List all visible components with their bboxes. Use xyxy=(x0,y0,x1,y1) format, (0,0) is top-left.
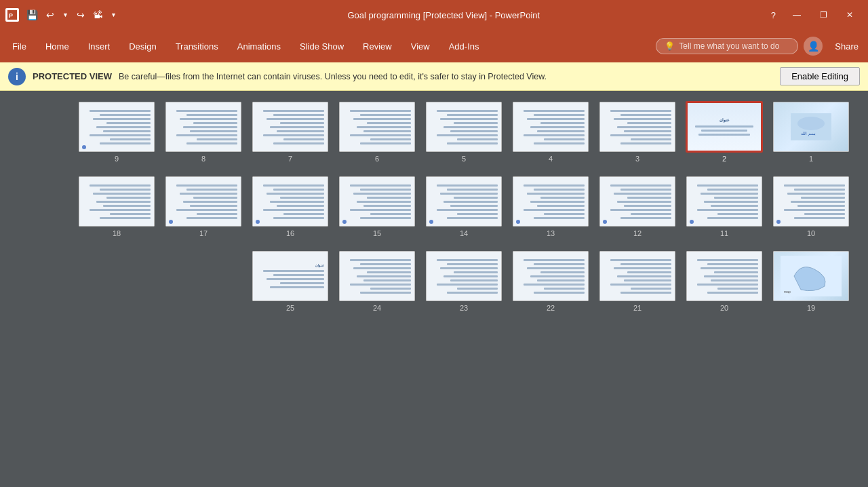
slide-thumb-15[interactable] xyxy=(339,176,415,227)
slide-thumb-3[interactable] xyxy=(599,102,675,152)
slide-thumb-5[interactable] xyxy=(426,102,502,152)
title-bar-left: P 💾 ↩ ▼ ↪ 📽 ▼ xyxy=(5,7,120,22)
slide-number-16: 16 xyxy=(286,229,294,237)
slide-thumb-7[interactable] xyxy=(252,102,328,152)
slide-thumb-1[interactable]: بسم الله xyxy=(773,102,849,152)
svg-text:P: P xyxy=(9,12,13,19)
minimize-button[interactable]: — xyxy=(783,0,810,30)
tab-file[interactable]: File xyxy=(3,30,36,62)
slide-area: 9876543عنوان2بسم الله1181716151413121110… xyxy=(0,91,868,487)
slide-item-24[interactable]: 24 xyxy=(334,251,420,312)
tab-home[interactable]: Home xyxy=(36,30,79,62)
customize-qat-button[interactable]: 📽 xyxy=(90,7,106,22)
slide-item-12[interactable]: 12 xyxy=(594,176,681,237)
undo-button[interactable]: ↩ xyxy=(43,7,58,22)
slide-thumb-18[interactable] xyxy=(79,176,155,227)
slide-thumb-4[interactable] xyxy=(513,102,589,152)
slide-thumb-16[interactable] xyxy=(252,176,328,227)
powerpoint-icon: P xyxy=(5,8,19,22)
slide-item-14[interactable]: 14 xyxy=(420,176,507,237)
slide-thumb-17[interactable] xyxy=(165,176,241,227)
slide-number-9: 9 xyxy=(115,155,119,163)
slide-item-16[interactable]: 16 xyxy=(247,176,334,237)
tab-insert[interactable]: Insert xyxy=(79,30,120,62)
slide-item-13[interactable]: 13 xyxy=(507,176,594,237)
slide-thumb-8[interactable] xyxy=(165,102,241,152)
slide-grid: 9876543عنوان2بسم الله1181716151413121110… xyxy=(14,102,854,312)
slide-number-13: 13 xyxy=(547,229,555,237)
slide-item-9[interactable]: 9 xyxy=(73,102,160,163)
slide-number-12: 12 xyxy=(633,229,642,237)
search-box[interactable]: 💡 Tell me what you want to do xyxy=(656,38,798,54)
restore-button[interactable]: ❐ xyxy=(810,0,837,30)
share-button[interactable]: Share xyxy=(828,39,865,54)
slide-item-15[interactable]: 15 xyxy=(334,176,420,237)
slide-number-6: 6 xyxy=(375,155,379,163)
undo-dropdown[interactable]: ▼ xyxy=(59,9,72,20)
enable-editing-button[interactable]: Enable Editing xyxy=(780,67,860,85)
slide-thumb-13[interactable] xyxy=(513,176,589,227)
tab-slideshow[interactable]: Slide Show xyxy=(290,30,353,62)
protected-view-bar: i PROTECTED VIEW Be careful—files from t… xyxy=(0,62,868,91)
tab-addins[interactable]: Add-Ins xyxy=(439,30,489,62)
slide-item-8[interactable]: 8 xyxy=(160,102,247,163)
slide-thumb-14[interactable] xyxy=(426,176,502,227)
slide-number-20: 20 xyxy=(720,304,728,312)
slide-number-4: 4 xyxy=(549,155,553,163)
slide-item-10[interactable]: 10 xyxy=(768,176,854,237)
slide-number-24: 24 xyxy=(373,304,381,312)
slide-item-20[interactable]: 20 xyxy=(681,251,768,312)
customize-dropdown[interactable]: ▼ xyxy=(107,9,120,20)
slide-item-1[interactable]: بسم الله1 xyxy=(768,102,854,163)
slide-number-7: 7 xyxy=(288,155,292,163)
slide-item-19[interactable]: map19 xyxy=(768,251,854,312)
slide-item-11[interactable]: 11 xyxy=(681,176,768,237)
slide-thumb-9[interactable] xyxy=(79,102,155,152)
tab-transitions[interactable]: Transitions xyxy=(166,30,228,62)
slide-number-21: 21 xyxy=(633,304,642,312)
slide-thumb-19[interactable]: map xyxy=(773,251,849,301)
slide-item-6[interactable]: 6 xyxy=(334,102,420,163)
slide-item-2[interactable]: عنوان2 xyxy=(681,102,768,163)
protected-view-message: Be careful—files from the Internet can c… xyxy=(119,72,773,81)
slide-item-25[interactable]: عنوان25 xyxy=(247,251,334,312)
slide-thumb-21[interactable] xyxy=(599,251,675,301)
slide-thumb-22[interactable] xyxy=(513,251,589,301)
window-title: Goal programming [Protected View] - Powe… xyxy=(120,10,768,20)
slide-thumb-11[interactable] xyxy=(686,176,762,227)
close-button[interactable]: ✕ xyxy=(837,0,863,30)
slide-item-4[interactable]: 4 xyxy=(507,102,594,163)
tab-review[interactable]: Review xyxy=(353,30,401,62)
slide-item-5[interactable]: 5 xyxy=(420,102,507,163)
tab-animations[interactable]: Animations xyxy=(228,30,290,62)
redo-button[interactable]: ↪ xyxy=(73,7,88,22)
slide-item-18[interactable]: 18 xyxy=(73,176,160,237)
slide-row-2: عنوان252423222120map19 xyxy=(14,251,854,312)
window-controls: — ❐ ✕ xyxy=(783,0,863,30)
slide-thumb-20[interactable] xyxy=(686,251,762,301)
slide-thumb-25[interactable]: عنوان xyxy=(252,251,328,301)
help-icon[interactable]: ? xyxy=(768,8,779,22)
slide-item-23[interactable]: 23 xyxy=(420,251,507,312)
ribbon-search-area: 💡 Tell me what you want to do 👤 Share xyxy=(656,37,865,56)
slide-thumb-12[interactable] xyxy=(599,176,675,227)
slide-thumb-24[interactable] xyxy=(339,251,415,301)
slide-number-14: 14 xyxy=(460,229,468,237)
slide-item-22[interactable]: 22 xyxy=(507,251,594,312)
slide-thumb-23[interactable] xyxy=(426,251,502,301)
user-avatar[interactable]: 👤 xyxy=(804,37,823,56)
tab-view[interactable]: View xyxy=(401,30,439,62)
tab-design[interactable]: Design xyxy=(119,30,165,62)
slide-thumb-6[interactable] xyxy=(339,102,415,152)
protected-view-label: PROTECTED VIEW xyxy=(33,71,112,81)
slide-number-22: 22 xyxy=(547,304,555,312)
slide-item-17[interactable]: 17 xyxy=(160,176,247,237)
slide-number-5: 5 xyxy=(462,155,466,163)
slide-item-21[interactable]: 21 xyxy=(594,251,681,312)
slide-item-3[interactable]: 3 xyxy=(594,102,681,163)
save-button[interactable]: 💾 xyxy=(23,7,41,22)
slide-number-1: 1 xyxy=(809,155,813,163)
slide-thumb-10[interactable] xyxy=(773,176,849,227)
slide-thumb-2[interactable]: عنوان xyxy=(686,102,762,152)
slide-item-7[interactable]: 7 xyxy=(247,102,334,163)
